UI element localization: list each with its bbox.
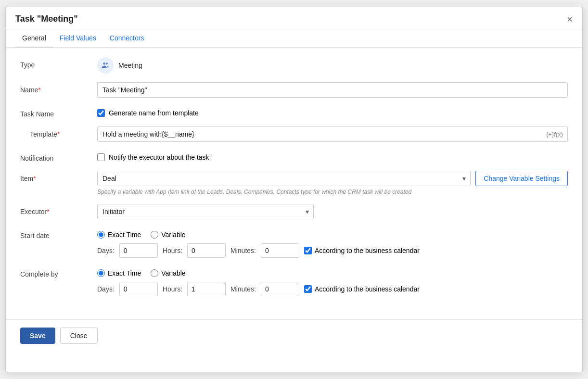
- complete-minutes-label: Minutes:: [230, 285, 256, 293]
- start-date-control: Exact Time Variable Days: Hours: Minutes…: [97, 228, 568, 258]
- start-date-exact-radio[interactable]: [97, 231, 105, 239]
- notification-row: Notification Notify the executor about t…: [20, 151, 568, 162]
- executor-label: Executor*: [20, 204, 97, 215]
- template-required: *: [57, 130, 60, 138]
- close-button[interactable]: Close: [60, 328, 98, 344]
- task-name-checkbox[interactable]: [97, 109, 105, 117]
- start-hours-label: Hours:: [163, 247, 182, 254]
- template-label: Template*: [20, 126, 97, 138]
- item-select[interactable]: Deal Lead Company Contact: [97, 171, 471, 186]
- save-button[interactable]: Save: [20, 328, 55, 344]
- type-value-area: Meeting: [97, 57, 568, 74]
- start-calendar-checkbox[interactable]: [304, 247, 312, 254]
- type-text: Meeting: [118, 62, 142, 69]
- start-days-input[interactable]: [119, 243, 158, 258]
- start-date-variable-radio[interactable]: [151, 231, 158, 239]
- form-body: Type Meeting Name*: [6, 48, 582, 315]
- meeting-svg: [101, 61, 110, 70]
- type-row: Type Meeting: [20, 57, 568, 74]
- item-control: Deal Lead Company Contact ▾ Change Varia…: [97, 171, 568, 195]
- complete-by-variable-option: Variable: [151, 269, 185, 277]
- complete-by-row: Complete by Exact Time Variable Days: Ho…: [20, 266, 568, 296]
- modal-close-button[interactable]: ×: [567, 14, 573, 24]
- tab-general[interactable]: General: [15, 29, 53, 48]
- task-name-row: Task Name Generate name from template: [20, 106, 568, 118]
- complete-days-label: Days:: [97, 285, 115, 293]
- item-helper-text: Specify a variable with App Item link of…: [97, 189, 568, 195]
- complete-by-control: Exact Time Variable Days: Hours: Minutes…: [97, 266, 568, 296]
- complete-calendar-check: According to the business calendar: [304, 285, 420, 293]
- complete-calendar-checkbox[interactable]: [304, 285, 312, 293]
- start-calendar-check: According to the business calendar: [304, 247, 420, 254]
- type-label: Type: [20, 57, 97, 69]
- start-hours-input[interactable]: [187, 243, 226, 258]
- start-date-variable-label: Variable: [161, 231, 185, 239]
- notification-label: Notification: [20, 151, 97, 162]
- complete-by-label: Complete by: [20, 266, 97, 278]
- svg-point-0: [103, 63, 106, 65]
- complete-hours-label: Hours:: [163, 285, 182, 293]
- modal-title: Task "Meeting": [15, 14, 78, 24]
- start-date-time-fields: Days: Hours: Minutes: According to the b…: [97, 243, 568, 258]
- tab-bar: General Field Values Connectors: [6, 29, 582, 48]
- complete-by-time-fields: Days: Hours: Minutes: According to the b…: [97, 282, 568, 296]
- start-date-exact-option: Exact Time: [97, 231, 141, 239]
- task-name-label: Task Name: [20, 106, 97, 118]
- executor-row: Executor* Initiator Responsible Custom ▾: [20, 204, 568, 219]
- executor-control: Initiator Responsible Custom ▾: [97, 204, 568, 219]
- notification-checkbox[interactable]: [97, 153, 105, 161]
- executor-select-wrapper: Initiator Responsible Custom ▾: [97, 204, 314, 219]
- type-display: Meeting: [97, 57, 568, 74]
- complete-by-exact-label: Exact Time: [108, 269, 141, 277]
- executor-select[interactable]: Initiator Responsible Custom: [97, 204, 314, 219]
- complete-calendar-label: According to the business calendar: [315, 285, 420, 293]
- executor-required: *: [47, 208, 49, 215]
- complete-by-variable-radio[interactable]: [151, 269, 158, 277]
- template-input-area: {+}f(x): [97, 126, 568, 142]
- start-days-label: Days:: [97, 247, 115, 254]
- complete-days-input[interactable]: [119, 282, 158, 296]
- start-date-row: Start date Exact Time Variable Days: Hou…: [20, 228, 568, 258]
- task-name-checkbox-label: Generate name from template: [109, 109, 199, 117]
- item-label: Item*: [20, 171, 97, 182]
- name-label: Name*: [20, 82, 97, 94]
- modal-header: Task "Meeting" ×: [6, 7, 582, 29]
- name-input-area: [97, 82, 568, 98]
- notification-checkbox-label: Notify the executor about the task: [109, 153, 209, 161]
- complete-hours-input[interactable]: [187, 282, 226, 296]
- meeting-icon: [97, 57, 114, 74]
- item-required: *: [33, 175, 36, 182]
- name-row: Name*: [20, 82, 568, 98]
- start-minutes-label: Minutes:: [230, 247, 256, 254]
- complete-by-radio-group: Exact Time Variable: [97, 266, 568, 277]
- item-select-wrapper: Deal Lead Company Contact ▾: [97, 171, 471, 186]
- name-required: *: [38, 86, 40, 94]
- svg-point-1: [106, 63, 108, 64]
- start-calendar-label: According to the business calendar: [315, 247, 420, 254]
- start-date-exact-label: Exact Time: [108, 231, 141, 239]
- start-date-label: Start date: [20, 228, 97, 240]
- task-name-control: Generate name from template: [97, 106, 568, 117]
- form-footer: Save Close: [6, 319, 582, 352]
- template-input-wrapper: {+}f(x): [97, 126, 568, 142]
- task-modal: Task "Meeting" × General Field Values Co…: [5, 7, 583, 372]
- item-row: Item* Deal Lead Company Contact ▾ Change…: [20, 171, 568, 195]
- item-input-row: Deal Lead Company Contact ▾ Change Varia…: [97, 171, 568, 186]
- notification-control: Notify the executor about the task: [97, 151, 568, 161]
- task-name-checkbox-row: Generate name from template: [97, 106, 568, 117]
- start-date-variable-option: Variable: [151, 231, 185, 239]
- start-minutes-input[interactable]: [261, 243, 299, 258]
- notification-checkbox-row: Notify the executor about the task: [97, 151, 568, 161]
- complete-by-exact-radio[interactable]: [97, 269, 105, 277]
- complete-by-exact-option: Exact Time: [97, 269, 141, 277]
- start-date-radio-group: Exact Time Variable: [97, 228, 568, 239]
- change-variable-settings-button[interactable]: Change Variable Settings: [475, 171, 568, 186]
- name-input[interactable]: [97, 82, 568, 98]
- complete-by-variable-label: Variable: [161, 269, 185, 277]
- tab-connectors[interactable]: Connectors: [103, 29, 151, 48]
- tab-field-values[interactable]: Field Values: [53, 29, 103, 48]
- complete-minutes-input[interactable]: [261, 282, 299, 296]
- template-input[interactable]: [97, 126, 568, 142]
- template-row: Template* {+}f(x): [20, 126, 568, 142]
